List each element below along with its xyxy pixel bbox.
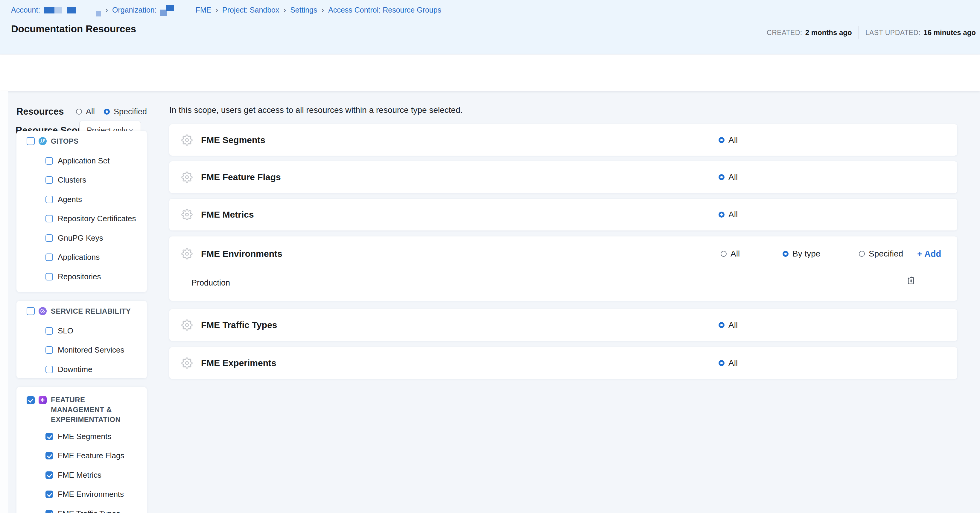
checkbox[interactable] (46, 215, 53, 222)
account-name-redacted (44, 7, 101, 13)
breadcrumb-separator: › (215, 5, 219, 15)
resources-mode-specified-label: Specified (114, 107, 147, 116)
resource-item-label: Repositories (58, 272, 101, 281)
service-reliability-checkbox[interactable] (27, 307, 35, 315)
resource-item[interactable]: Clusters (46, 170, 147, 190)
resource-group-card-gitops: GITOPS Application Set Clusters Agents R… (16, 131, 147, 292)
feature-management-checkbox[interactable] (27, 396, 35, 405)
group-header-feature-management: FEATURE MANAGEMENT & EXPERIMENTATION (27, 395, 147, 424)
environments-specified-label: Specified (869, 249, 903, 259)
breadcrumb-item-settings[interactable]: Settings (290, 6, 317, 14)
checkbox[interactable] (46, 346, 53, 354)
checkbox[interactable] (46, 157, 53, 165)
resource-item-label: FME Environments (58, 490, 124, 499)
environment-entry-row: Production (191, 274, 918, 292)
gear-icon (181, 357, 192, 369)
breadcrumb-item-access-control[interactable]: Access Control: Resource Groups (328, 6, 441, 14)
resource-item[interactable]: Applications (46, 248, 147, 267)
checkbox[interactable] (46, 327, 53, 335)
checkbox[interactable] (46, 196, 53, 203)
all-radio[interactable] (719, 322, 724, 328)
resource-item[interactable]: Downtime (46, 360, 147, 379)
resource-item[interactable]: FME Feature Flags (46, 446, 147, 466)
resource-item-label: Clusters (58, 175, 86, 185)
resource-item-label: FME Segments (58, 432, 111, 441)
checkbox[interactable] (46, 452, 53, 459)
resource-group-card-service-reliability: SERVICE RELIABILITY SLO Monitored Servic… (16, 301, 147, 378)
resource-type-row-fme-segments: FME Segments All (169, 124, 957, 156)
all-radio-label: All (729, 358, 738, 368)
group-label: GITOPS (51, 136, 79, 146)
checkbox[interactable] (46, 234, 53, 242)
resource-item[interactable]: Application Set (46, 151, 147, 170)
resource-item[interactable]: Monitored Services (46, 341, 147, 360)
resource-item[interactable]: SLO (46, 321, 147, 341)
left-edge-panel (0, 91, 8, 513)
resource-item-label: GnuPG Keys (58, 233, 103, 243)
breadcrumb-separator: › (105, 5, 108, 15)
environments-by-type-radio[interactable] (783, 251, 789, 257)
checkbox[interactable] (46, 472, 53, 479)
resource-scope-section: Resource Scope Project only (0, 54, 980, 91)
all-radio[interactable] (719, 360, 724, 366)
group-label: FEATURE MANAGEMENT & EXPERIMENTATION (51, 395, 132, 424)
resource-type-row-fme-feature-flags: FME Feature Flags All (169, 161, 957, 193)
resource-item[interactable]: Repositories (46, 267, 147, 287)
service-reliability-icon (38, 307, 47, 315)
all-radio-label: All (729, 210, 738, 219)
checkbox[interactable] (46, 253, 53, 261)
resource-item[interactable]: FME Segments (46, 427, 147, 446)
resource-item-label: SLO (58, 326, 73, 336)
environments-all-radio[interactable] (721, 251, 727, 257)
gear-icon (181, 209, 192, 220)
resource-item-label: Downtime (58, 365, 92, 374)
all-radio[interactable] (719, 212, 724, 218)
breadcrumb-item-project[interactable]: Project: Sandbox (222, 6, 279, 14)
checkbox[interactable] (46, 433, 53, 440)
all-radio[interactable] (719, 137, 724, 143)
resource-item-label: FME Traffic Types (58, 509, 120, 513)
checkbox[interactable] (46, 273, 53, 280)
all-radio[interactable] (719, 174, 724, 180)
resource-item-label: FME Metrics (58, 470, 102, 480)
add-environment-button[interactable]: + Add (917, 249, 941, 259)
resource-item[interactable]: Agents (46, 190, 147, 209)
row-title: FME Metrics (201, 210, 254, 220)
resources-mode-specified-radio[interactable] (104, 108, 110, 115)
meta-divider (859, 26, 859, 39)
gitops-checkbox[interactable] (27, 137, 35, 145)
breadcrumb-account-label[interactable]: Account: (11, 6, 40, 14)
resource-item[interactable]: FME Environments (46, 485, 147, 504)
resource-item-label: FME Feature Flags (58, 451, 124, 460)
checkbox[interactable] (46, 176, 53, 184)
gear-icon (181, 319, 192, 331)
environments-specified-radio[interactable] (859, 251, 865, 257)
checkbox[interactable] (46, 366, 53, 373)
row-title: FME Experiments (201, 358, 277, 368)
checkbox[interactable] (46, 491, 53, 498)
row-title: FME Segments (201, 135, 265, 145)
header-meta: CREATED: 2 months ago LAST UPDATED: 16 m… (767, 26, 976, 39)
resource-item[interactable]: GnuPG Keys (46, 228, 147, 248)
resource-item[interactable]: FME Metrics (46, 465, 147, 485)
resources-mode-all-radio[interactable] (76, 108, 82, 115)
resources-title: Resources (16, 106, 64, 117)
resources-header: Resources All Specified (16, 105, 147, 118)
page-title: Documentation Resources (11, 23, 136, 35)
breadcrumb-organization-label[interactable]: Organization: (112, 6, 157, 14)
gear-icon (181, 134, 192, 146)
group-header-service-reliability: SERVICE RELIABILITY (27, 306, 147, 316)
environments-by-type-label: By type (792, 249, 820, 259)
resource-item[interactable]: Repository Certificates (46, 209, 147, 229)
breadcrumb-item-fme[interactable]: FME (196, 6, 212, 14)
group-label: SERVICE RELIABILITY (51, 306, 131, 316)
environment-entry-name: Production (191, 278, 230, 288)
gitops-icon (38, 137, 47, 145)
checkbox[interactable] (46, 510, 53, 513)
breadcrumb: Account: › Organization: FME › Project: … (11, 5, 441, 15)
resource-item[interactable]: FME Traffic Types (46, 504, 147, 513)
last-updated-label: LAST UPDATED: (865, 29, 921, 37)
trash-icon[interactable] (907, 276, 915, 285)
all-radio-label: All (729, 172, 738, 182)
row-title: FME Traffic Types (201, 320, 277, 330)
